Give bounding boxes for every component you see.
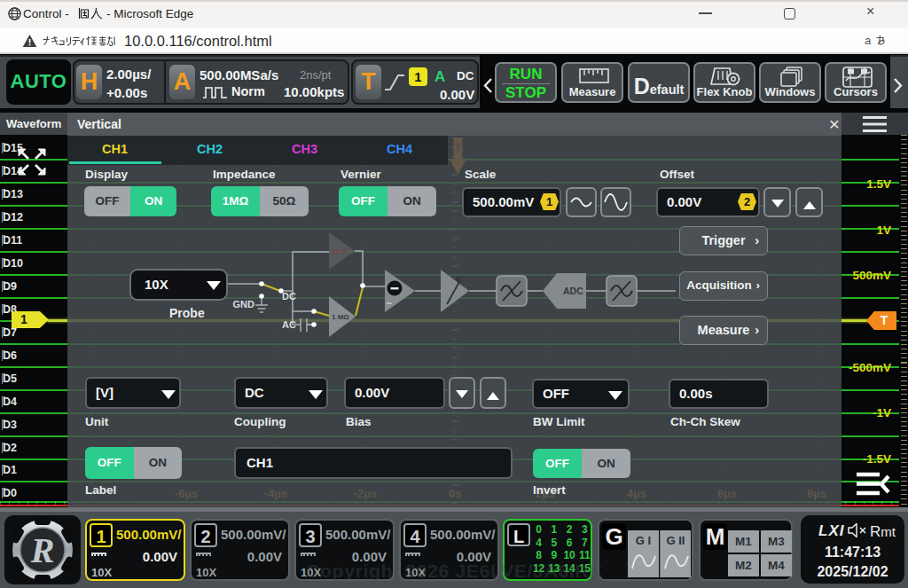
- svg-text:AC: AC: [282, 319, 296, 330]
- svg-text:ADC: ADC: [563, 286, 583, 296]
- svg-text:50 Ω: 50 Ω: [332, 247, 348, 255]
- svg-text:R: R: [30, 530, 55, 570]
- svg-text:1 MΩ: 1 MΩ: [332, 313, 349, 321]
- svg-text:GND: GND: [233, 299, 255, 310]
- svg-text:DC: DC: [282, 291, 296, 302]
